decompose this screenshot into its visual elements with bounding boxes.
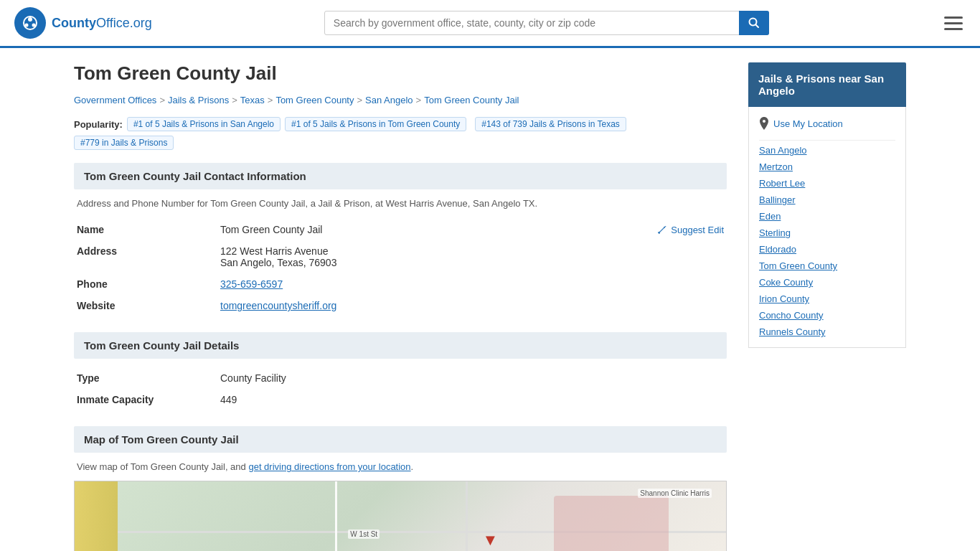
site-header: CountyOffice.org: [0, 0, 980, 48]
sidebar-link-eden[interactable]: Eden: [759, 208, 895, 225]
sidebar-link-ballinger[interactable]: Ballinger: [759, 192, 895, 208]
address-label: Address: [77, 245, 220, 257]
breadcrumb-jails-prisons[interactable]: Jails & Prisons: [168, 95, 229, 105]
map-section-header: Map of Tom Green County Jail: [74, 426, 727, 453]
logo-text: CountyOffice.org: [52, 16, 152, 31]
map-description: View map of Tom Green County Jail, and g…: [74, 461, 727, 472]
popularity-badge-1: #1 of 5 Jails & Prisons in Tom Green Cou…: [285, 117, 466, 131]
sidebar-link-robert-lee[interactable]: Robert Lee: [759, 175, 895, 192]
map-image: ▼ W 1st St E College Ave Shannon Clinic …: [75, 481, 726, 551]
sidebar-link-runnels-county[interactable]: Runnels County: [759, 324, 895, 340]
capacity-value: 449: [220, 394, 724, 405]
address-line2: San Angelo, Texas, 76903: [220, 257, 724, 268]
breadcrumb-texas[interactable]: Texas: [240, 95, 265, 105]
capacity-row: Inmate Capacity 449: [77, 389, 724, 410]
popularity-label: Popularity:: [74, 119, 123, 130]
breadcrumb-tom-green-county[interactable]: Tom Green County: [275, 95, 354, 105]
svg-line-6: [755, 24, 758, 27]
popularity-badge-2: #143 of 739 Jails & Prisons in Texas: [475, 117, 626, 131]
website-row: Website tomgreencountysheriff.org: [77, 295, 724, 316]
search-button[interactable]: [739, 11, 769, 35]
breadcrumb-government-offices[interactable]: Government Offices: [74, 95, 156, 105]
name-value: Tom Green County Jail: [220, 224, 657, 235]
capacity-label: Inmate Capacity: [77, 394, 220, 405]
website-label: Website: [77, 300, 220, 311]
phone-label: Phone: [77, 278, 220, 290]
sidebar-content: Use My Location San Angelo Mertzon Rober…: [748, 107, 906, 348]
map-road-v1: [335, 481, 337, 551]
map-container: ▼ W 1st St E College Ave Shannon Clinic …: [74, 481, 727, 551]
details-info-table: Type County Facility Inmate Capacity 449: [74, 367, 727, 410]
breadcrumb-sep-1: >: [232, 95, 237, 105]
contact-section: Tom Green County Jail Contact Informatio…: [74, 163, 727, 316]
address-value: 122 West Harris Avenue San Angelo, Texas…: [220, 245, 724, 268]
svg-point-2: [28, 17, 32, 22]
map-decoration: [75, 481, 118, 551]
content-area: Tom Green County Jail Government Offices…: [74, 62, 727, 551]
contact-section-desc: Address and Phone Number for Tom Green C…: [74, 198, 727, 209]
sidebar-divider-0: [759, 140, 895, 141]
breadcrumb: Government Offices > Jails & Prisons > T…: [74, 95, 727, 105]
sidebar-link-mertzon[interactable]: Mertzon: [759, 159, 895, 175]
name-label: Name: [77, 224, 220, 235]
map-place-label: Shannon Clinic Harris: [638, 489, 712, 498]
sidebar-link-coke-county[interactable]: Coke County: [759, 274, 895, 291]
hamburger-menu-button[interactable]: [941, 14, 966, 33]
edit-icon: [657, 225, 667, 235]
use-location-label: Use My Location: [773, 118, 843, 129]
sidebar-title: Jails & Prisons near San Angelo: [748, 62, 906, 107]
svg-point-3: [25, 24, 29, 27]
svg-line-7: [664, 227, 665, 228]
map-marker: ▼: [482, 531, 498, 550]
phone-value: 325-659-6597: [220, 278, 724, 290]
main-container: Tom Green County Jail Government Offices…: [60, 48, 920, 551]
address-line1: 122 West Harris Avenue: [220, 245, 724, 257]
use-location-button[interactable]: Use My Location: [759, 114, 895, 133]
search-area: [324, 11, 769, 35]
sidebar-link-eldorado[interactable]: Eldorado: [759, 241, 895, 258]
phone-link[interactable]: 325-659-6597: [220, 278, 283, 290]
breadcrumb-san-angelo[interactable]: San Angelo: [365, 95, 413, 105]
website-link[interactable]: tomgreencountysheriff.org: [220, 300, 336, 311]
address-row: Address 122 West Harris Avenue San Angel…: [77, 240, 724, 273]
contact-info-table: Name Tom Green County Jail Suggest Edit …: [74, 219, 727, 316]
type-value: County Facility: [220, 372, 724, 384]
map-road-v2: [466, 481, 468, 551]
sidebar-link-concho-county[interactable]: Concho County: [759, 307, 895, 324]
popularity-badge-3: #779 in Jails & Prisons: [74, 136, 174, 150]
logo-area: CountyOffice.org: [14, 7, 152, 39]
breadcrumb-sep-3: >: [357, 95, 362, 105]
driving-directions-link[interactable]: get driving directions from your locatio…: [248, 461, 410, 472]
sidebar-link-san-angelo[interactable]: San Angelo: [759, 142, 895, 159]
website-value: tomgreencountysheriff.org: [220, 300, 724, 311]
breadcrumb-jail[interactable]: Tom Green County Jail: [424, 95, 519, 105]
details-section: Tom Green County Jail Details Type Count…: [74, 332, 727, 410]
sidebar-link-irion-county[interactable]: Irion County: [759, 291, 895, 307]
popularity-badge-0: #1 of 5 Jails & Prisons in San Angelo: [127, 117, 281, 131]
breadcrumb-sep-4: >: [416, 95, 422, 105]
breadcrumb-sep-0: >: [159, 95, 165, 105]
sidebar: Jails & Prisons near San Angelo Use My L…: [748, 62, 906, 551]
logo-icon: [14, 7, 46, 39]
svg-point-4: [32, 24, 36, 27]
sidebar-link-tom-green-county[interactable]: Tom Green County: [759, 258, 895, 274]
sidebar-link-sterling[interactable]: Sterling: [759, 225, 895, 241]
map-section: Map of Tom Green County Jail View map of…: [74, 426, 727, 551]
popularity-bar: Popularity: #1 of 5 Jails & Prisons in S…: [74, 117, 727, 150]
contact-section-header: Tom Green County Jail Contact Informatio…: [74, 163, 727, 189]
location-pin-icon: [759, 117, 769, 130]
name-row: Name Tom Green County Jail Suggest Edit: [77, 219, 724, 240]
page-title: Tom Green County Jail: [74, 62, 727, 85]
map-pink-zone: [554, 496, 669, 551]
phone-row: Phone 325-659-6597: [77, 273, 724, 295]
type-label: Type: [77, 372, 220, 384]
breadcrumb-sep-2: >: [268, 95, 273, 105]
type-row: Type County Facility: [77, 367, 724, 389]
search-input[interactable]: [324, 11, 769, 35]
suggest-edit-link[interactable]: Suggest Edit: [657, 225, 724, 235]
details-section-header: Tom Green County Jail Details: [74, 332, 727, 359]
map-road-label-1: W 1st St: [348, 529, 380, 539]
